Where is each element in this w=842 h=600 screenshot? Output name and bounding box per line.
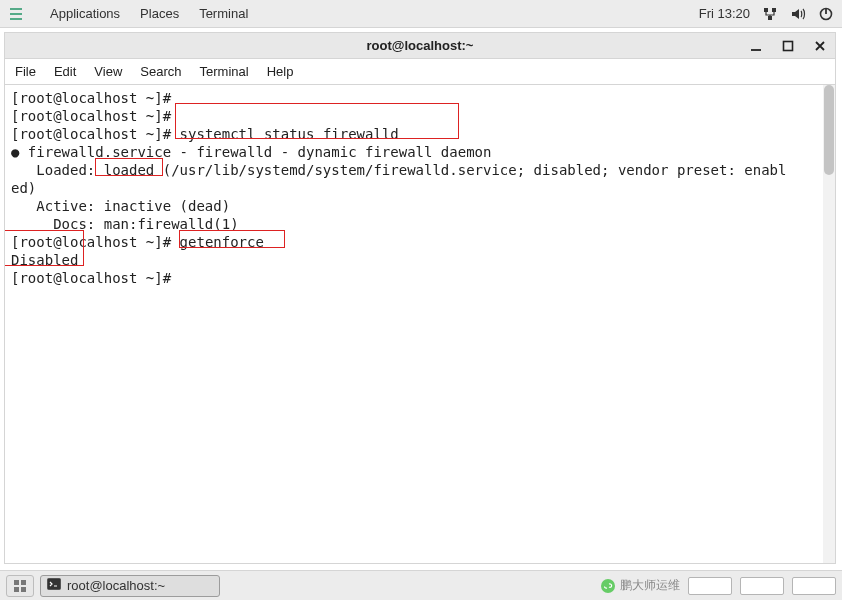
svg-rect-0 xyxy=(764,8,768,12)
volume-icon[interactable] xyxy=(790,6,806,22)
tray-placeholder xyxy=(688,577,732,595)
prompt: [root@localhost ~]# xyxy=(11,126,171,142)
menu-view[interactable]: View xyxy=(94,64,122,79)
svg-rect-4 xyxy=(784,41,793,50)
output-line: ed) xyxy=(11,180,36,196)
menubar: File Edit View Search Terminal Help xyxy=(5,59,835,85)
output-loaded: loaded xyxy=(104,162,155,178)
svg-rect-2 xyxy=(768,16,772,20)
svg-rect-6 xyxy=(21,580,26,585)
titlebar[interactable]: root@localhost:~ xyxy=(5,33,835,59)
maximize-button[interactable] xyxy=(779,37,797,55)
taskbar-entry-terminal[interactable]: root@localhost:~ xyxy=(40,575,220,597)
output-disabled: Disabled xyxy=(11,252,78,268)
menu-terminal[interactable]: Terminal xyxy=(200,64,249,79)
prompt: [root@localhost ~]# xyxy=(11,270,171,286)
prompt: [root@localhost ~]# xyxy=(11,108,171,124)
prompt: [root@localhost ~]# xyxy=(11,234,171,250)
places-menu[interactable]: Places xyxy=(140,6,179,21)
svg-rect-9 xyxy=(48,579,61,590)
window-controls xyxy=(747,33,829,58)
output-line: (/usr/lib/systemd/system/firewalld.servi… xyxy=(154,162,786,178)
prompt: [root@localhost ~]# xyxy=(11,90,171,106)
terminal-body[interactable]: [root@localhost ~]# [root@localhost ~]# … xyxy=(5,85,835,563)
svg-rect-8 xyxy=(21,587,26,592)
command-2: getenforce xyxy=(180,234,264,250)
taskbar: root@localhost:~ 鹏大师运维 xyxy=(0,570,842,600)
show-desktop-button[interactable] xyxy=(6,575,34,597)
terminal-content[interactable]: [root@localhost ~]# [root@localhost ~]# … xyxy=(11,89,829,287)
menu-search[interactable]: Search xyxy=(140,64,181,79)
taskbar-entry-label: root@localhost:~ xyxy=(67,578,165,593)
scrollbar-thumb[interactable] xyxy=(824,85,834,175)
output-line: Active: inactive (dead) xyxy=(11,198,230,214)
distro-icon xyxy=(8,6,24,22)
output-line: Loaded: xyxy=(11,162,104,178)
scrollbar[interactable] xyxy=(823,85,835,563)
tray-placeholder xyxy=(740,577,784,595)
clock[interactable]: Fri 13:20 xyxy=(699,6,750,21)
top-panel: Applications Places Terminal Fri 13:20 xyxy=(0,0,842,28)
tray-placeholder xyxy=(792,577,836,595)
minimize-button[interactable] xyxy=(747,37,765,55)
menu-edit[interactable]: Edit xyxy=(54,64,76,79)
watermark-text: 鹏大师运维 xyxy=(620,577,680,594)
window-title: root@localhost:~ xyxy=(5,38,835,53)
command-1: systemctl status firewalld xyxy=(180,126,399,142)
network-icon[interactable] xyxy=(762,6,778,22)
menu-file[interactable]: File xyxy=(15,64,36,79)
close-button[interactable] xyxy=(811,37,829,55)
menu-help[interactable]: Help xyxy=(267,64,294,79)
terminal-quicklaunch[interactable]: Terminal xyxy=(199,6,248,21)
terminal-icon xyxy=(47,577,61,594)
power-icon[interactable] xyxy=(818,6,834,22)
terminal-window: root@localhost:~ File Edit View Search T… xyxy=(4,32,836,564)
svg-point-10 xyxy=(601,579,615,593)
svg-rect-5 xyxy=(14,580,19,585)
applications-menu[interactable]: Applications xyxy=(50,6,120,21)
output-line: ● firewalld.service - firewalld - dynami… xyxy=(11,144,491,160)
svg-rect-7 xyxy=(14,587,19,592)
watermark: 鹏大师运维 xyxy=(600,577,680,594)
svg-rect-1 xyxy=(772,8,776,12)
output-line: Docs: man:firewalld(1) xyxy=(11,216,239,232)
